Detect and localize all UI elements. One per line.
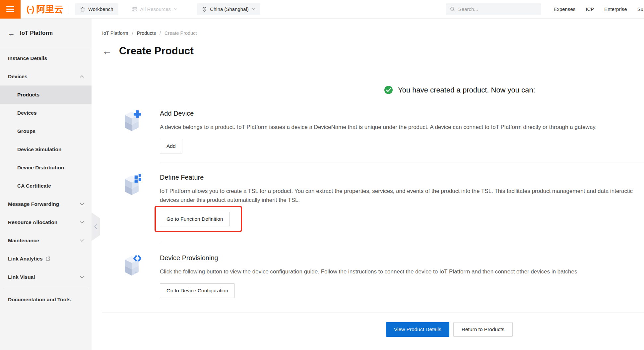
breadcrumb-item-products[interactable]: Products (137, 30, 156, 36)
sidebar-item-label: Link Analytics (8, 256, 43, 262)
section-add-device: Add Device A device belongs to a product… (122, 110, 644, 162)
section-description: Click the following button to view the d… (160, 267, 644, 276)
device-stack-code-icon (122, 254, 141, 298)
external-link-icon (46, 257, 50, 261)
sidebar-item-label: Message Forwarding (8, 201, 59, 207)
sidebar-item-devices[interactable]: Devices (0, 104, 92, 122)
workbench-button[interactable]: Workbench (75, 3, 118, 15)
home-icon (80, 7, 85, 12)
annotation-highlight-box: Go to Function Definition (155, 206, 242, 232)
chevron-down-icon (80, 203, 84, 205)
topbar-link-su[interactable]: Su (637, 6, 643, 12)
breadcrumb-item-iot-platform[interactable]: IoT Platform (102, 30, 128, 36)
chevron-left-icon (94, 224, 97, 229)
section-title: Add Device (160, 110, 644, 117)
feature-stack-grid-icon (122, 174, 141, 232)
section-description-line2: devices under this product automatically… (160, 196, 644, 204)
breadcrumb-item-create-product: Create Product (164, 30, 197, 36)
sidebar-item-label: Instance Details (8, 55, 47, 61)
chevron-down-icon (252, 8, 255, 10)
logo-text: 阿里云 (36, 3, 63, 15)
chevron-down-icon (174, 8, 177, 10)
location-pin-icon (202, 7, 207, 12)
alibaba-cloud-logo[interactable]: (-) 阿里云 (27, 3, 63, 15)
region-label: China (Shanghai) (210, 6, 249, 12)
view-product-details-button[interactable]: View Product Details (386, 322, 449, 337)
device-stack-plus-icon (122, 110, 141, 153)
chevron-down-icon (80, 275, 84, 278)
sidebar-divider (3, 288, 88, 288)
next-steps-list: Add Device A device belongs to a product… (122, 110, 644, 298)
sidebar-item-label: Products (17, 92, 39, 98)
sidebar-item-device-simulation[interactable]: Device Simulation (0, 140, 92, 158)
bottom-divider (102, 313, 644, 313)
return-to-products-button[interactable]: Return to Products (453, 322, 513, 337)
section-define-feature: Define Feature IoT Platform allows you t… (122, 162, 644, 242)
all-resources-label: All Resources (140, 6, 171, 12)
sidebar-item-label: Groups (17, 128, 35, 134)
topbar-link-enterprise[interactable]: Enterprise (604, 6, 627, 12)
sidebar-header[interactable]: ← IoT Platform (0, 19, 92, 48)
hamburger-menu-icon[interactable] (0, 0, 21, 19)
topbar-divider (69, 5, 69, 14)
section-body: Define Feature IoT Platform allows you t… (160, 174, 644, 232)
topbar-link-expenses[interactable]: Expenses (553, 6, 575, 12)
sidebar-item-groups[interactable]: Groups (0, 122, 92, 140)
sidebar-item-maintenance[interactable]: Maintenance (0, 231, 92, 250)
logo-bracket-mark: (-) (27, 4, 34, 14)
sidebar-item-label: Device Distribution (17, 165, 64, 171)
sidebar-item-label: Documentation and Tools (8, 297, 71, 303)
sidebar-item-message-forwarding[interactable]: Message Forwarding (0, 195, 92, 213)
sidebar-item-label: Devices (8, 74, 28, 80)
sidebar-item-label: Devices (17, 110, 37, 116)
success-message: You have created a product. Now you can: (398, 86, 535, 94)
section-body: Add Device A device belongs to a product… (160, 110, 644, 153)
page-title-row: ← Create Product (102, 45, 644, 57)
section-title: Define Feature (160, 174, 644, 181)
chevron-down-icon (80, 239, 84, 242)
sidebar-item-device-distribution[interactable]: Device Distribution (0, 158, 92, 177)
sidebar-item-label: CA Certificate (17, 183, 51, 189)
sidebar-item-resource-allocation[interactable]: Resource Allocation (0, 213, 92, 231)
back-arrow-icon[interactable]: ← (8, 30, 15, 37)
chevron-down-icon (80, 221, 84, 224)
sidebar-item-link-analytics[interactable]: Link Analytics (0, 250, 92, 268)
sidebar-item-label: Maintenance (8, 238, 39, 244)
section-description: A device belongs to a product. IoT Platf… (160, 123, 644, 132)
topbar-link-icp[interactable]: ICP (586, 6, 594, 12)
breadcrumb: IoT Platform/Products/Create Product (102, 19, 644, 36)
page-title: Create Product (119, 45, 194, 57)
main-content: IoT Platform/Products/Create Product ← C… (92, 19, 644, 350)
sidebar-item-instance-details[interactable]: Instance Details (0, 49, 92, 67)
region-selector[interactable]: China (Shanghai) (197, 3, 260, 15)
breadcrumb-separator: / (132, 30, 133, 36)
sidebar-item-label: Resource Allocation (8, 219, 57, 225)
sidebar-item-devices[interactable]: Devices (0, 67, 92, 86)
workbench-label: Workbench (88, 6, 113, 12)
search-input[interactable] (458, 6, 537, 12)
sidebar-nav: Instance DetailsDevicesProductsDevicesGr… (0, 48, 92, 309)
section-description-line1: IoT Platform allows you to create a TSL … (160, 187, 644, 196)
all-resources-button[interactable]: All Resources (127, 3, 183, 15)
global-search[interactable] (446, 3, 541, 15)
sidebar-item-documentation-and-tools[interactable]: Documentation and Tools (0, 290, 92, 309)
section-body: Device Provisioning Click the following … (160, 254, 644, 298)
sidebar-title: IoT Platform (20, 30, 53, 36)
section-device-provisioning: Device Provisioning Click the following … (122, 242, 644, 298)
sidebar-item-ca-certificate[interactable]: CA Certificate (0, 177, 92, 195)
sidebar-item-products[interactable]: Products (0, 86, 92, 104)
sidebar-item-label: Device Simulation (17, 146, 62, 152)
topbar-links: ExpensesICPEnterpriseSu (553, 6, 644, 12)
go-to-device-configuration-button[interactable]: Go to Device Configuration (160, 283, 235, 298)
breadcrumb-separator: / (160, 30, 161, 36)
back-arrow-icon[interactable]: ← (102, 46, 112, 56)
sidebar-item-link-visual[interactable]: Link Visual (0, 268, 92, 286)
add-device-button[interactable]: Add (160, 139, 182, 153)
success-message-row: You have created a product. Now you can: (384, 86, 644, 94)
sidebar-item-label: Link Visual (8, 274, 35, 280)
sidebar: ← IoT Platform Instance DetailsDevicesPr… (0, 19, 92, 350)
resources-icon (132, 7, 137, 12)
chevron-up-icon (80, 75, 84, 78)
go-to-function-definition-button[interactable]: Go to Function Definition (160, 212, 230, 226)
section-title: Device Provisioning (160, 254, 644, 262)
